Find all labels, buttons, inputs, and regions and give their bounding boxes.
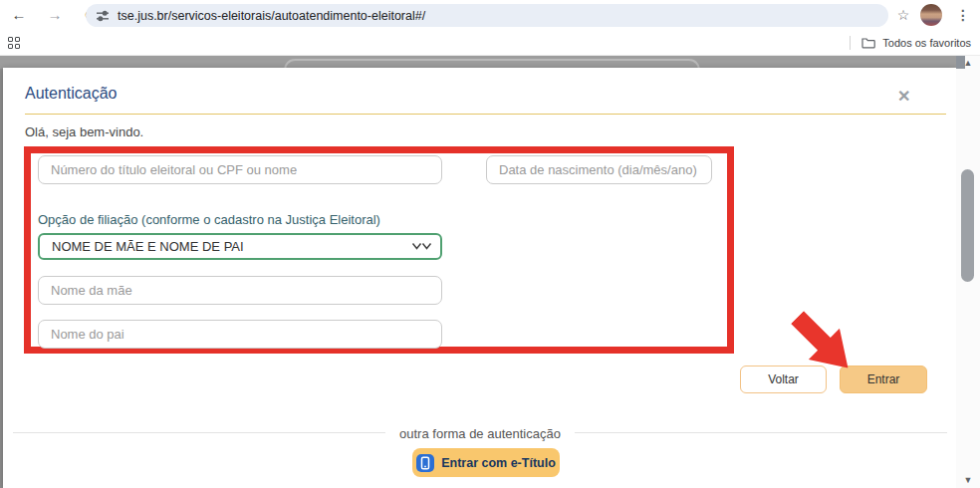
scroll-up-arrow[interactable]: ▲: [956, 58, 980, 68]
bookmarks-bar: Todos os favoritos: [0, 30, 980, 56]
etitulo-phone-icon: [416, 454, 434, 472]
close-icon[interactable]: ✕: [897, 87, 910, 106]
etitulo-button-label: Entrar com e-Título: [441, 456, 556, 470]
filiation-selected-value: NOME DE MÃE E NOME DE PAI: [52, 239, 244, 254]
menu-kebab-icon[interactable]: ⋮: [952, 4, 974, 26]
bookmarks-right-group: Todos os favoritos: [850, 30, 971, 56]
bookmark-star-icon[interactable]: ☆: [892, 4, 914, 26]
browser-toolbar: ← → ⟳ tse.jus.br/servicos-eleitorais/aut…: [0, 0, 980, 30]
divider-text: outra forma de autenticação: [385, 426, 575, 441]
divider: [850, 36, 851, 50]
filiation-select[interactable]: NOME DE MÃE E NOME DE PAI: [38, 233, 442, 260]
gold-rule: [25, 114, 946, 115]
all-bookmarks-label[interactable]: Todos os favoritos: [882, 37, 971, 49]
url-text: tse.jus.br/servicos-eleitorais/autoatend…: [118, 9, 425, 23]
etitulo-login-button[interactable]: Entrar com e-Título: [412, 448, 560, 477]
profile-avatar[interactable]: [920, 4, 942, 26]
birthdate-input[interactable]: [486, 155, 712, 184]
mother-name-input[interactable]: [38, 276, 442, 305]
father-name-input[interactable]: [38, 320, 442, 349]
voltar-button[interactable]: Voltar: [740, 366, 827, 393]
scrollbar[interactable]: ▲ ▼: [956, 56, 980, 488]
folder-icon: [861, 37, 875, 49]
modal-title: Autenticação: [25, 85, 118, 103]
scroll-down-arrow[interactable]: ▼: [956, 475, 980, 485]
entrar-button[interactable]: Entrar: [840, 366, 927, 393]
filiation-label: Opção de filiação (conforme o cadastro n…: [38, 212, 380, 227]
chevron-down-icon: [411, 242, 432, 251]
apps-grid-icon[interactable]: [8, 37, 21, 50]
greeting-text: Olá, seja bem-vindo.: [25, 124, 143, 139]
voter-id-input[interactable]: [38, 155, 442, 184]
page-content: Autenticação ✕ Olá, seja bem-vindo. Opçã…: [0, 56, 980, 488]
auth-modal: Autenticação ✕ Olá, seja bem-vindo. Opçã…: [3, 68, 956, 488]
back-icon[interactable]: ←: [8, 4, 30, 26]
address-bar[interactable]: tse.jus.br/servicos-eleitorais/autoatend…: [86, 4, 888, 27]
forward-icon[interactable]: →: [44, 4, 66, 26]
browser-window: ← → ⟳ tse.jus.br/servicos-eleitorais/aut…: [0, 0, 980, 488]
site-info-icon[interactable]: [96, 9, 110, 23]
scrollbar-thumb[interactable]: [961, 169, 974, 282]
